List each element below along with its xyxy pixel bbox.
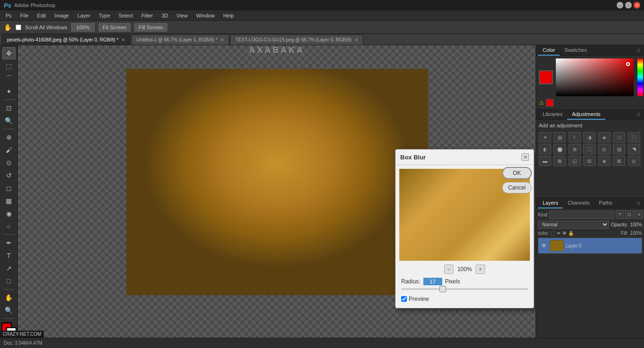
dialog-cancel-button[interactable]: Cancel [502,182,532,193]
menu-type[interactable]: Type [95,12,114,19]
zoom-out-button[interactable]: − [444,265,454,274]
menu-select[interactable]: Select [115,12,137,19]
lasso-tool[interactable]: ⌒ [2,73,16,85]
selection-tool[interactable]: ⬚ [2,60,16,72]
menu-file[interactable]: File [17,12,33,19]
adj-posterize[interactable]: ▤ [613,144,625,154]
layers-icon-filter3[interactable]: ≡ [635,210,643,219]
layers-icon-filter1[interactable]: T [616,210,624,219]
tab-libraries[interactable]: Libraries [538,109,567,120]
spot-healing-tool[interactable]: ⊕ [2,131,16,143]
pen-tool[interactable]: ✒ [2,237,16,249]
layers-icon-filter2[interactable]: ⊡ [625,210,634,219]
adjustments-panel-expand[interactable]: ≡ [635,111,642,118]
menu-image[interactable]: Image [51,12,73,19]
eyedropper-tool[interactable]: 🔍 [2,115,16,127]
tab-untitled[interactable]: Untitled-1 @ 66.7% (Layer 1, RGB/8) * ✕ [131,34,229,45]
menu-ps[interactable]: Ps [2,12,16,19]
quick-select-tool[interactable]: ✦ [2,85,16,98]
shape-tool[interactable]: □ [2,275,16,287]
close-button[interactable]: ✕ [634,2,640,8]
zoom-tool[interactable]: 🔍 [2,304,16,316]
path-select-tool[interactable]: ↗ [2,262,16,274]
adj-hdr[interactable]: ⊟ [583,156,595,166]
adj-exposure[interactable]: ◑ [583,132,595,142]
tab-text-logo[interactable]: TEXT-LOGO-CU-GU15.png @ 66.7% (Layer 0, … [230,34,363,45]
adj-bw[interactable]: ◐ [539,144,551,154]
adj-vibrance[interactable]: ◈ [598,132,611,142]
brush-tool[interactable]: 🖌 [2,144,16,156]
fit-screen-button[interactable]: Fit Screen [99,23,131,32]
color-spectrum[interactable] [637,58,643,96]
tab-adjustments[interactable]: Adjustments [567,109,605,120]
canvas-area[interactable]: AXABAKA Box Blur ✕ OK Cancel − [18,45,536,348]
adj-threshold[interactable]: ◥ [628,144,640,154]
zoom-in-button[interactable]: + [476,265,485,274]
foreground-swatch[interactable] [539,70,553,84]
minimize-button[interactable]: — [617,2,623,8]
adj-photo-filter[interactable]: ⬤ [553,144,566,154]
lock-icon4[interactable]: 🔒 [568,231,574,236]
menu-filter[interactable]: Filter [138,12,157,19]
color-small-swatch[interactable] [546,99,553,107]
menu-edit[interactable]: Edit [33,12,50,19]
menu-layer[interactable]: Layer [74,12,94,19]
layer-row[interactable]: 👁 Layer 0 [538,238,642,254]
dialog-ok-button[interactable]: OK [502,167,532,179]
menu-help[interactable]: Help [219,12,238,19]
adj-curves[interactable]: ⌇ [569,132,581,142]
adj-levels[interactable]: ▤ [553,132,566,142]
adj-hue-sat[interactable]: ⬡ [613,132,625,142]
adj-brightness[interactable]: ☀ [539,132,551,142]
menu-3d[interactable]: 3D [158,12,172,19]
tab-text-logo-close[interactable]: ✕ [355,37,358,42]
crop-tool[interactable]: ⊡ [2,102,16,114]
adj-selective-color[interactable]: ⊠ [553,156,566,166]
tab-untitled-close[interactable]: ✕ [220,37,224,42]
menu-window[interactable]: Window [192,12,218,19]
color-panel-expand[interactable]: ≡ [635,47,642,54]
eraser-tool[interactable]: ◻ [2,182,16,194]
dodge-tool[interactable]: ○ [2,220,16,232]
tab-color[interactable]: Color [538,45,560,56]
blend-mode-select[interactable]: Normal [538,221,609,229]
tab-pexels[interactable]: pexels-photo-416088.jpeg @ 50% (Layer 0,… [2,34,130,45]
adj-shadow-highlight[interactable]: ◱ [569,156,581,166]
scroll-all-checkbox[interactable] [16,25,21,30]
gradient-tool[interactable]: ▦ [2,195,16,207]
type-tool[interactable]: T [2,249,16,262]
layer-visibility-toggle[interactable]: 👁 [540,242,548,249]
lock-icon1[interactable]: ⬚ [551,231,555,236]
tab-paths[interactable]: Paths [594,198,617,208]
move-tool[interactable]: ✥ [2,47,16,59]
fill-screen-button[interactable]: Fill Screen [134,23,167,32]
lock-icon3[interactable]: ✥ [562,231,566,236]
adj-channel-mixer[interactable]: ⊞ [569,144,581,154]
clone-stamp-tool[interactable]: ⊙ [2,157,16,169]
title-bar-controls[interactable]: — □ ✕ [617,2,640,8]
menu-view[interactable]: View [173,12,192,19]
maximize-button[interactable]: □ [625,2,632,8]
adj-replace-color[interactable]: ◎ [628,156,640,166]
preview-checkbox[interactable] [401,296,407,302]
hand-tool[interactable]: ✋ [2,291,16,304]
dialog-radius-input[interactable] [423,278,442,285]
dialog-slider-thumb[interactable] [439,286,446,292]
adj-gradient-map[interactable]: ▬ [539,156,551,166]
tab-pexels-close[interactable]: ✕ [121,37,125,42]
lock-icon2[interactable]: ✒ [557,231,561,236]
adj-match-color[interactable]: ⊞ [613,156,625,166]
layers-panel-expand[interactable]: ≡ [635,200,642,207]
history-brush-tool[interactable]: ↺ [2,169,16,182]
adj-invert[interactable]: ◎ [598,144,611,154]
layers-search-input[interactable] [549,211,614,219]
color-gradient-area[interactable] [556,58,634,96]
blur-tool[interactable]: ◉ [2,207,16,220]
adj-color-lookup[interactable]: ⬛ [583,144,595,154]
zoom-input[interactable]: 100% [71,23,95,32]
dialog-slider[interactable] [401,288,528,290]
tab-layers[interactable]: Layers [538,198,563,208]
adj-color-balance[interactable]: ⬛ [628,132,640,142]
tab-swatches[interactable]: Swatches [560,45,592,56]
dialog-close-button[interactable]: ✕ [521,153,529,161]
